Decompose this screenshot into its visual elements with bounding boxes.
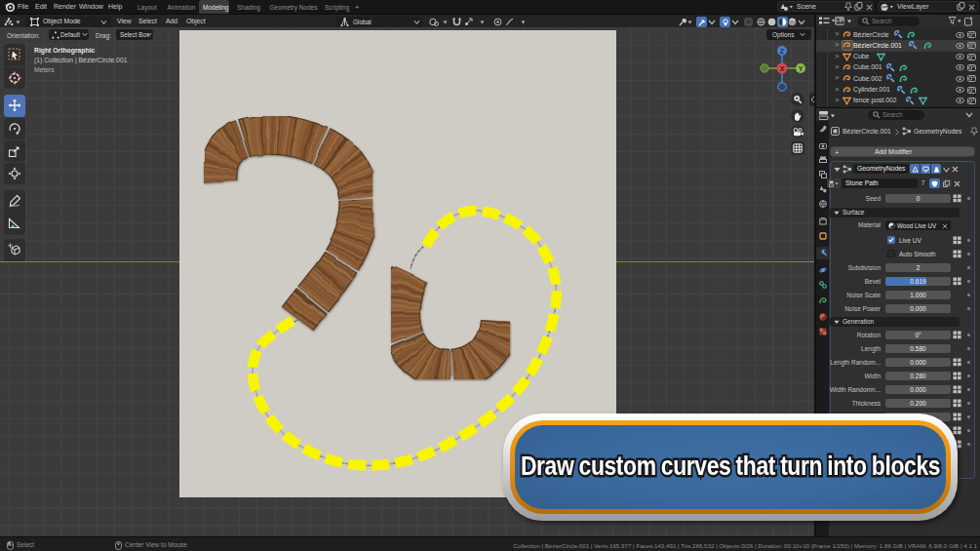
svg-text:Y: Y bbox=[799, 65, 804, 72]
svg-text:Z: Z bbox=[780, 48, 785, 55]
svg-text:X: X bbox=[780, 65, 785, 72]
svg-text:Draw custom curves that turn i: Draw custom curves that turn into blocks bbox=[521, 451, 940, 481]
